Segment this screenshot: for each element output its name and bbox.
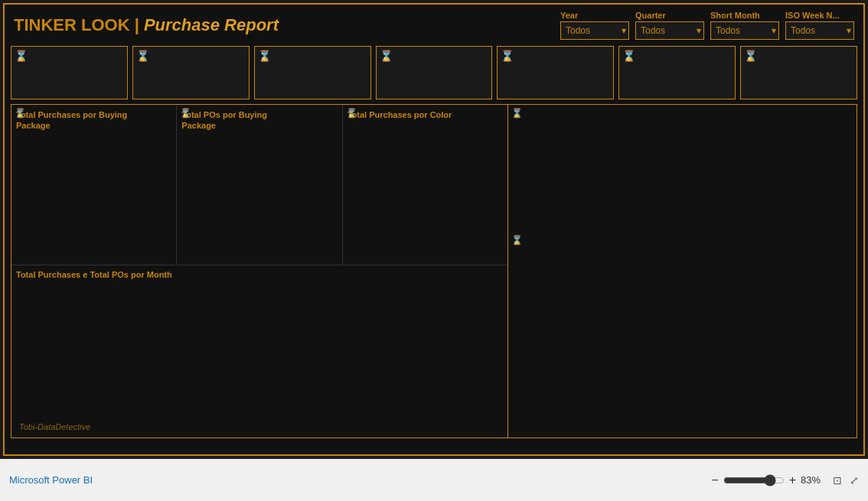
zoom-controls: − + 83% ⊡ ⤢ xyxy=(711,473,859,487)
zoom-out-button[interactable]: − xyxy=(711,473,718,487)
right-loading-top: ⌛ xyxy=(511,108,523,119)
title-italic: Purchase Report xyxy=(144,15,279,34)
kpi-loading-6: ⌛ xyxy=(622,50,635,62)
chart-loading-3: ⌛ xyxy=(346,108,357,119)
bottom-right-icons: ⊡ ⤢ xyxy=(833,474,859,486)
zoom-in-button[interactable]: + xyxy=(789,473,796,487)
quarter-filter-label: Quarter xyxy=(635,11,666,20)
iso-week-filter-group: ISO Week N... Todos xyxy=(785,11,854,40)
chart-month: Total Purchases e Total POs por Month To… xyxy=(11,265,507,438)
charts-top-row: ⌛ Total Purchases por BuyingPackage ⌛ To… xyxy=(11,105,507,265)
right-panel: ⌛ ⌛ xyxy=(508,104,857,438)
kpi-loading-5: ⌛ xyxy=(501,50,514,62)
short-month-select-wrapper[interactable]: Todos xyxy=(710,21,779,40)
kpi-card-4: ⌛ xyxy=(376,46,493,99)
report-title: TINKER LOOK | Purchase Report xyxy=(14,15,554,35)
kpi-loading-1: ⌛ xyxy=(15,50,28,62)
kpi-card-1: ⌛ xyxy=(11,46,128,99)
quarter-select-wrapper[interactable]: Todos xyxy=(635,21,704,40)
quarter-filter-group: Quarter Todos xyxy=(635,11,704,40)
zoom-slider[interactable] xyxy=(723,474,785,486)
chart-label-bottom: Total Purchases e Total POs por Month xyxy=(16,270,503,279)
fit-page-button[interactable]: ⊡ xyxy=(833,474,842,486)
fullscreen-button[interactable]: ⤢ xyxy=(850,474,859,486)
report-container: TINKER LOOK | Purchase Report Year Todos… xyxy=(3,3,865,456)
chart-buying-package-pos: ⌛ Total POs por BuyingPackage xyxy=(177,105,342,265)
kpi-card-5: ⌛ xyxy=(497,46,614,99)
left-panel: ⌛ Total Purchases por BuyingPackage ⌛ To… xyxy=(11,104,508,438)
chart-label-2: Total POs por BuyingPackage xyxy=(181,109,337,132)
bottom-bar: Microsoft Power BI − + 83% ⊡ ⤢ xyxy=(0,459,868,501)
chart-loading-2: ⌛ xyxy=(180,108,191,119)
year-select-wrapper[interactable]: Todos xyxy=(560,21,629,40)
zoom-level: 83% xyxy=(801,474,828,486)
year-filter-group: Year Todos xyxy=(560,11,629,40)
quarter-select[interactable]: Todos xyxy=(635,21,704,40)
year-select[interactable]: Todos xyxy=(560,21,629,40)
power-bi-link[interactable]: Microsoft Power BI xyxy=(9,474,93,486)
short-month-select[interactable]: Todos xyxy=(710,21,779,40)
kpi-row: ⌛ ⌛ ⌛ ⌛ ⌛ ⌛ ⌛ xyxy=(5,46,863,104)
kpi-loading-2: ⌛ xyxy=(136,50,149,62)
chart-label-1: Total Purchases por BuyingPackage xyxy=(16,109,171,132)
title-prefix: TINKER LOOK | xyxy=(14,15,144,34)
kpi-card-3: ⌛ xyxy=(254,46,371,99)
chart-buying-package-purchases: ⌛ Total Purchases por BuyingPackage xyxy=(11,105,177,265)
chart-color: ⌛ Total Purchases por Color xyxy=(343,105,507,265)
kpi-loading-3: ⌛ xyxy=(258,50,271,62)
main-content: ⌛ Total Purchases por BuyingPackage ⌛ To… xyxy=(5,104,863,443)
kpi-card-7: ⌛ xyxy=(740,46,857,99)
kpi-loading-7: ⌛ xyxy=(744,50,757,62)
kpi-loading-4: ⌛ xyxy=(380,50,393,62)
chart-label-3: Total Purchases por Color xyxy=(348,109,503,120)
year-filter-label: Year xyxy=(560,11,578,20)
short-month-filter-group: Short Month Todos xyxy=(710,11,779,40)
short-month-filter-label: Short Month xyxy=(710,11,760,20)
kpi-card-6: ⌛ xyxy=(618,46,736,99)
iso-week-filter-label: ISO Week N... xyxy=(785,11,840,20)
iso-week-select[interactable]: Todos xyxy=(785,21,854,40)
chart-loading-1: ⌛ xyxy=(15,108,26,119)
iso-week-select-wrapper[interactable]: Todos xyxy=(785,21,854,40)
right-loading-mid: ⌛ xyxy=(511,235,523,246)
watermark: Tobi-DataDetective xyxy=(19,422,90,431)
report-header: TINKER LOOK | Purchase Report Year Todos… xyxy=(5,5,863,46)
kpi-card-2: ⌛ xyxy=(132,46,250,99)
